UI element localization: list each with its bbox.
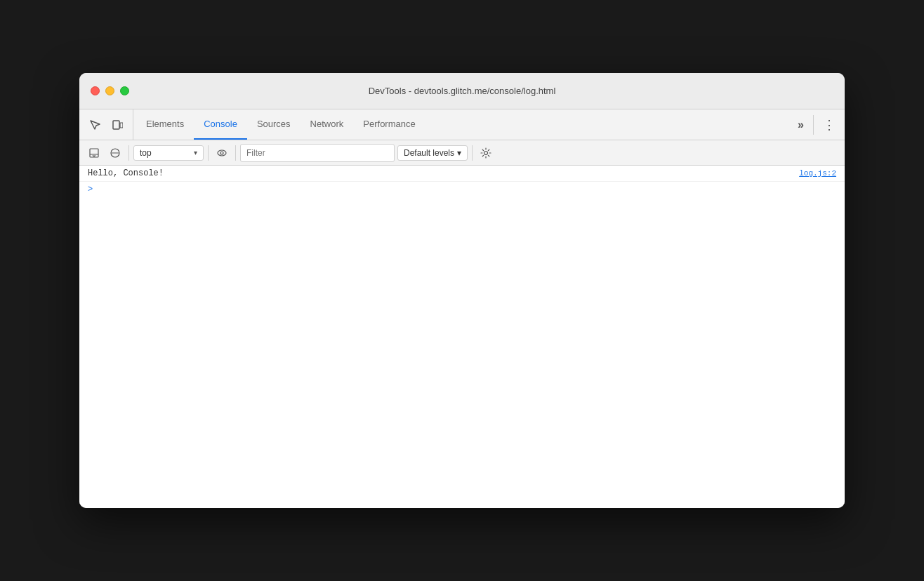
window-title: DevTools - devtools.glitch.me/console/lo…: [369, 86, 556, 96]
tab-network[interactable]: Network: [301, 109, 354, 140]
more-tabs-button[interactable]: »: [793, 116, 807, 134]
minimize-button[interactable]: [105, 86, 114, 95]
tab-console[interactable]: Console: [194, 109, 247, 140]
levels-arrow-icon: ▾: [457, 148, 461, 158]
log-levels-button[interactable]: Default levels ▾: [397, 145, 468, 161]
prompt-arrow-icon: >: [88, 185, 93, 194]
console-prompt-row[interactable]: >: [79, 182, 845, 197]
tab-sources[interactable]: Sources: [247, 109, 301, 140]
tab-bar-left-controls: [85, 109, 133, 140]
console-message: Hello, Console!: [88, 168, 799, 178]
svg-point-7: [218, 150, 226, 156]
toolbar-divider-4: [472, 145, 473, 161]
show-drawer-button[interactable]: [85, 144, 103, 162]
context-selector[interactable]: top ▾: [133, 145, 204, 161]
maximize-button[interactable]: [120, 86, 129, 95]
close-button[interactable]: [91, 86, 100, 95]
tab-bar: Elements Console Sources Network Perform…: [79, 109, 845, 140]
device-toolbar-button[interactable]: [107, 115, 127, 135]
console-settings-button[interactable]: [477, 144, 495, 162]
svg-point-8: [220, 152, 223, 154]
tab-bar-divider: [813, 115, 814, 135]
main-tabs: Elements Console Sources Network Perform…: [136, 109, 793, 140]
svg-point-9: [484, 151, 488, 154]
svg-rect-1: [120, 123, 123, 128]
live-expressions-button[interactable]: [213, 144, 231, 162]
clear-console-button[interactable]: [106, 144, 124, 162]
tab-performance[interactable]: Performance: [353, 109, 425, 140]
tab-elements[interactable]: Elements: [136, 109, 194, 140]
devtools-menu-button[interactable]: ⋮: [819, 115, 839, 135]
traffic-lights: [91, 86, 129, 95]
devtools-window: DevTools - devtools.glitch.me/console/lo…: [79, 73, 845, 508]
toolbar-divider-1: [128, 145, 129, 161]
svg-marker-4: [92, 155, 96, 156]
console-output: Hello, Console! log.js:2 >: [79, 166, 845, 508]
console-toolbar: top ▾ Default levels ▾: [79, 140, 845, 166]
console-source-link[interactable]: log.js:2: [799, 169, 836, 178]
toolbar-divider-3: [235, 145, 236, 161]
toolbar-divider-2: [208, 145, 209, 161]
console-entry: Hello, Console! log.js:2: [79, 166, 845, 182]
tab-bar-right-controls: » ⋮: [793, 109, 839, 140]
inspect-element-button[interactable]: [85, 115, 105, 135]
filter-input[interactable]: [240, 144, 395, 162]
title-bar: DevTools - devtools.glitch.me/console/lo…: [79, 73, 845, 109]
context-selector-arrow: ▾: [194, 149, 197, 156]
svg-rect-0: [113, 121, 119, 129]
